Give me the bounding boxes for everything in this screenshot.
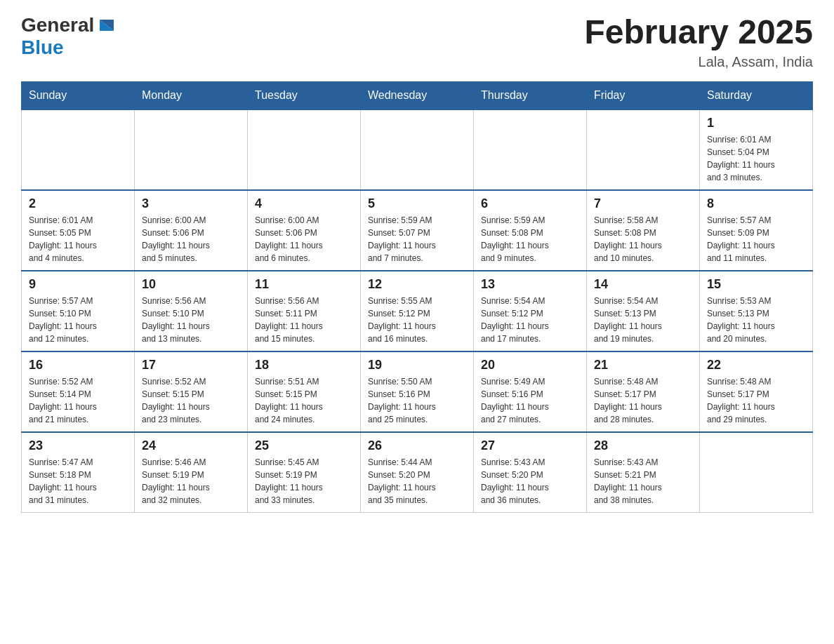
day-number: 23 xyxy=(29,438,127,453)
day-info: Sunrise: 5:50 AM Sunset: 5:16 PM Dayligh… xyxy=(368,375,466,426)
weekday-header-monday: Monday xyxy=(135,81,248,109)
day-info: Sunrise: 5:47 AM Sunset: 5:18 PM Dayligh… xyxy=(29,456,127,507)
calendar-cell: 20Sunrise: 5:49 AM Sunset: 5:16 PM Dayli… xyxy=(474,351,587,432)
logo: General Blue xyxy=(21,14,115,59)
day-info: Sunrise: 5:53 AM Sunset: 5:13 PM Dayligh… xyxy=(707,295,805,345)
calendar-cell: 12Sunrise: 5:55 AM Sunset: 5:12 PM Dayli… xyxy=(361,271,474,351)
day-number: 20 xyxy=(481,358,579,373)
day-info: Sunrise: 5:43 AM Sunset: 5:20 PM Dayligh… xyxy=(481,456,579,507)
calendar-cell: 3Sunrise: 6:00 AM Sunset: 5:06 PM Daylig… xyxy=(135,190,248,271)
calendar-cell: 17Sunrise: 5:52 AM Sunset: 5:15 PM Dayli… xyxy=(135,351,248,432)
day-number: 25 xyxy=(255,438,353,453)
day-number: 12 xyxy=(368,277,466,292)
day-number: 17 xyxy=(142,358,240,373)
day-info: Sunrise: 5:57 AM Sunset: 5:10 PM Dayligh… xyxy=(29,295,127,345)
day-info: Sunrise: 6:00 AM Sunset: 5:06 PM Dayligh… xyxy=(142,214,240,264)
calendar-cell: 14Sunrise: 5:54 AM Sunset: 5:13 PM Dayli… xyxy=(587,271,700,351)
day-info: Sunrise: 5:54 AM Sunset: 5:12 PM Dayligh… xyxy=(481,295,579,345)
calendar-cell: 7Sunrise: 5:58 AM Sunset: 5:08 PM Daylig… xyxy=(587,190,700,271)
day-info: Sunrise: 5:44 AM Sunset: 5:20 PM Dayligh… xyxy=(368,456,466,507)
calendar-cell xyxy=(22,109,135,190)
day-info: Sunrise: 5:43 AM Sunset: 5:21 PM Dayligh… xyxy=(594,456,692,507)
day-number: 8 xyxy=(707,196,805,211)
calendar-cell: 22Sunrise: 5:48 AM Sunset: 5:17 PM Dayli… xyxy=(700,351,813,432)
day-number: 4 xyxy=(255,196,353,211)
weekday-header-friday: Friday xyxy=(587,81,700,109)
day-number: 26 xyxy=(368,438,466,453)
calendar-cell xyxy=(474,109,587,190)
day-info: Sunrise: 5:58 AM Sunset: 5:08 PM Dayligh… xyxy=(594,214,692,264)
day-info: Sunrise: 5:51 AM Sunset: 5:15 PM Dayligh… xyxy=(255,375,353,426)
day-number: 15 xyxy=(707,277,805,292)
day-info: Sunrise: 5:52 AM Sunset: 5:15 PM Dayligh… xyxy=(142,375,240,426)
calendar-cell: 21Sunrise: 5:48 AM Sunset: 5:17 PM Dayli… xyxy=(587,351,700,432)
calendar-cell: 18Sunrise: 5:51 AM Sunset: 5:15 PM Dayli… xyxy=(248,351,361,432)
day-number: 7 xyxy=(594,196,692,211)
weekday-header-wednesday: Wednesday xyxy=(361,81,474,109)
day-info: Sunrise: 6:01 AM Sunset: 5:05 PM Dayligh… xyxy=(29,214,127,264)
day-number: 6 xyxy=(481,196,579,211)
calendar-cell xyxy=(587,109,700,190)
day-info: Sunrise: 5:48 AM Sunset: 5:17 PM Dayligh… xyxy=(594,375,692,426)
calendar-cell: 25Sunrise: 5:45 AM Sunset: 5:19 PM Dayli… xyxy=(248,432,361,513)
week-row-1: 1Sunrise: 6:01 AM Sunset: 5:04 PM Daylig… xyxy=(22,109,813,190)
calendar-cell: 1Sunrise: 6:01 AM Sunset: 5:04 PM Daylig… xyxy=(700,109,813,190)
calendar-cell: 4Sunrise: 6:00 AM Sunset: 5:06 PM Daylig… xyxy=(248,190,361,271)
day-info: Sunrise: 5:55 AM Sunset: 5:12 PM Dayligh… xyxy=(368,295,466,345)
day-number: 1 xyxy=(707,116,805,130)
day-number: 2 xyxy=(29,196,127,211)
day-info: Sunrise: 6:01 AM Sunset: 5:04 PM Dayligh… xyxy=(707,133,805,184)
day-info: Sunrise: 5:57 AM Sunset: 5:09 PM Dayligh… xyxy=(707,214,805,264)
calendar-cell xyxy=(700,432,813,513)
day-info: Sunrise: 5:59 AM Sunset: 5:07 PM Dayligh… xyxy=(368,214,466,264)
logo-general-text: General xyxy=(21,14,94,36)
week-row-5: 23Sunrise: 5:47 AM Sunset: 5:18 PM Dayli… xyxy=(22,432,813,513)
calendar-cell: 10Sunrise: 5:56 AM Sunset: 5:10 PM Dayli… xyxy=(135,271,248,351)
day-number: 28 xyxy=(594,438,692,453)
location-text: Lala, Assam, India xyxy=(584,54,813,70)
day-number: 27 xyxy=(481,438,579,453)
day-number: 13 xyxy=(481,277,579,292)
calendar-cell: 24Sunrise: 5:46 AM Sunset: 5:19 PM Dayli… xyxy=(135,432,248,513)
weekday-header-saturday: Saturday xyxy=(700,81,813,109)
calendar-cell: 9Sunrise: 5:57 AM Sunset: 5:10 PM Daylig… xyxy=(22,271,135,351)
calendar-cell xyxy=(135,109,248,190)
day-number: 3 xyxy=(142,196,240,211)
calendar-cell xyxy=(248,109,361,190)
calendar-cell: 23Sunrise: 5:47 AM Sunset: 5:18 PM Dayli… xyxy=(22,432,135,513)
day-number: 11 xyxy=(255,277,353,292)
day-number: 18 xyxy=(255,358,353,373)
weekday-header-tuesday: Tuesday xyxy=(248,81,361,109)
day-number: 5 xyxy=(368,196,466,211)
day-number: 14 xyxy=(594,277,692,292)
calendar-cell: 27Sunrise: 5:43 AM Sunset: 5:20 PM Dayli… xyxy=(474,432,587,513)
day-number: 19 xyxy=(368,358,466,373)
logo-triangle-icon xyxy=(95,15,115,35)
day-info: Sunrise: 5:46 AM Sunset: 5:19 PM Dayligh… xyxy=(142,456,240,507)
week-row-4: 16Sunrise: 5:52 AM Sunset: 5:14 PM Dayli… xyxy=(22,351,813,432)
calendar-cell: 8Sunrise: 5:57 AM Sunset: 5:09 PM Daylig… xyxy=(700,190,813,271)
day-number: 9 xyxy=(29,277,127,292)
calendar-cell: 13Sunrise: 5:54 AM Sunset: 5:12 PM Dayli… xyxy=(474,271,587,351)
day-number: 16 xyxy=(29,358,127,373)
calendar-cell: 11Sunrise: 5:56 AM Sunset: 5:11 PM Dayli… xyxy=(248,271,361,351)
day-info: Sunrise: 5:56 AM Sunset: 5:11 PM Dayligh… xyxy=(255,295,353,345)
day-info: Sunrise: 5:48 AM Sunset: 5:17 PM Dayligh… xyxy=(707,375,805,426)
day-info: Sunrise: 6:00 AM Sunset: 5:06 PM Dayligh… xyxy=(255,214,353,264)
day-number: 10 xyxy=(142,277,240,292)
day-info: Sunrise: 5:45 AM Sunset: 5:19 PM Dayligh… xyxy=(255,456,353,507)
weekday-header-row: SundayMondayTuesdayWednesdayThursdayFrid… xyxy=(22,81,813,109)
weekday-header-sunday: Sunday xyxy=(22,81,135,109)
day-info: Sunrise: 5:49 AM Sunset: 5:16 PM Dayligh… xyxy=(481,375,579,426)
day-info: Sunrise: 5:54 AM Sunset: 5:13 PM Dayligh… xyxy=(594,295,692,345)
day-info: Sunrise: 5:52 AM Sunset: 5:14 PM Dayligh… xyxy=(29,375,127,426)
day-info: Sunrise: 5:59 AM Sunset: 5:08 PM Dayligh… xyxy=(481,214,579,264)
calendar-cell: 6Sunrise: 5:59 AM Sunset: 5:08 PM Daylig… xyxy=(474,190,587,271)
weekday-header-thursday: Thursday xyxy=(474,81,587,109)
calendar-cell: 19Sunrise: 5:50 AM Sunset: 5:16 PM Dayli… xyxy=(361,351,474,432)
calendar-table: SundayMondayTuesdayWednesdayThursdayFrid… xyxy=(21,81,813,513)
week-row-3: 9Sunrise: 5:57 AM Sunset: 5:10 PM Daylig… xyxy=(22,271,813,351)
calendar-cell xyxy=(361,109,474,190)
calendar-cell: 26Sunrise: 5:44 AM Sunset: 5:20 PM Dayli… xyxy=(361,432,474,513)
day-number: 21 xyxy=(594,358,692,373)
